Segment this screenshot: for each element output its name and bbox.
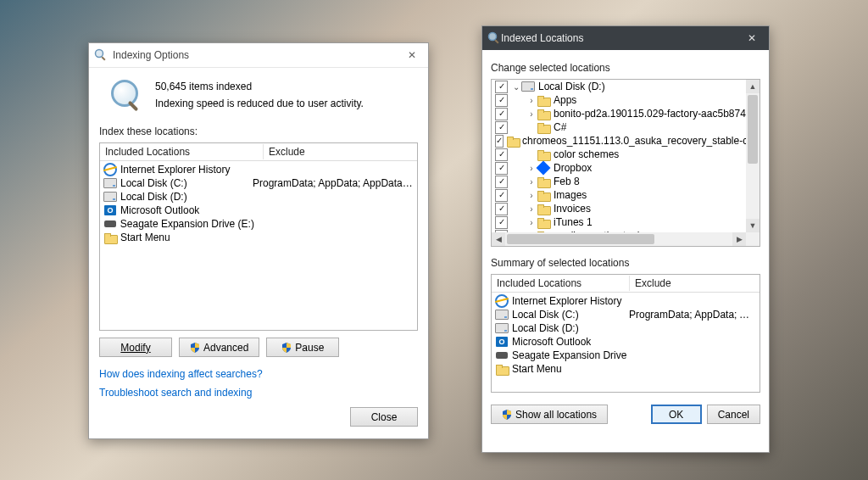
list-item[interactable]: Seagate Expansion Drive (E:) bbox=[100, 217, 417, 231]
advanced-button[interactable]: Advanced bbox=[179, 338, 259, 357]
tree-row[interactable]: ›Dropbox bbox=[492, 161, 746, 175]
indexing-options-dialog: Indexing Options ✕ 50,645 items indexed … bbox=[88, 42, 429, 439]
shield-icon bbox=[190, 343, 200, 353]
tree-label: Dropbox bbox=[554, 162, 592, 174]
titlebar[interactable]: Indexed Locations ✕ bbox=[482, 26, 769, 50]
shield-icon bbox=[281, 343, 292, 353]
scroll-left-icon[interactable]: ◀ bbox=[492, 232, 505, 246]
list-item[interactable]: Seagate Expansion Drive (E:) bbox=[492, 349, 760, 362]
folder-icon bbox=[537, 93, 550, 107]
included-locations-list[interactable]: Included Locations Exclude Internet Expl… bbox=[99, 142, 418, 331]
list-item[interactable]: Local Disk (C:)ProgramData; AppData; App… bbox=[492, 308, 760, 321]
tree-row[interactable]: C# bbox=[492, 120, 746, 134]
list-item[interactable]: Start Menu bbox=[492, 362, 760, 376]
checkbox[interactable] bbox=[495, 216, 508, 229]
expander-icon[interactable]: › bbox=[526, 164, 537, 173]
col-header-exclude[interactable]: Exclude bbox=[264, 144, 417, 159]
close-icon[interactable]: ✕ bbox=[740, 30, 764, 47]
svg-rect-1 bbox=[102, 57, 106, 61]
checkbox[interactable] bbox=[495, 121, 508, 134]
folder-icon bbox=[507, 134, 519, 148]
item-label: Start Menu bbox=[512, 363, 627, 375]
list-header: Included Locations Exclude bbox=[492, 275, 760, 293]
folder-icon bbox=[495, 362, 509, 376]
item-label: Microsoft Outlook bbox=[120, 204, 199, 216]
app-icon bbox=[487, 31, 501, 45]
ie-icon bbox=[495, 294, 509, 308]
col-header-included[interactable]: Included Locations bbox=[492, 276, 630, 291]
folder-icon bbox=[537, 175, 550, 188]
modify-button[interactable]: Modify bbox=[99, 338, 172, 357]
checkbox[interactable] bbox=[495, 162, 508, 175]
pause-button[interactable]: Pause bbox=[266, 338, 339, 357]
status-message: Indexing speed is reduced due to user ac… bbox=[155, 95, 364, 112]
tree-row[interactable]: ⌄Local Disk (D:) bbox=[492, 80, 746, 93]
scroll-right-icon[interactable]: ▶ bbox=[732, 232, 746, 246]
col-header-included[interactable]: Included Locations bbox=[100, 144, 264, 159]
expander-icon[interactable]: › bbox=[526, 109, 537, 119]
scroll-thumb[interactable] bbox=[748, 95, 758, 164]
expander-icon[interactable]: › bbox=[526, 191, 537, 200]
expander-icon[interactable]: › bbox=[526, 204, 537, 214]
checkbox[interactable] bbox=[495, 81, 508, 93]
list-item[interactable]: Local Disk (D:) bbox=[492, 321, 760, 335]
tree-label: Invoices bbox=[554, 203, 591, 215]
checkbox[interactable] bbox=[495, 176, 508, 188]
svg-point-2 bbox=[489, 33, 497, 41]
close-button[interactable]: Close bbox=[350, 407, 418, 427]
expander-icon[interactable]: › bbox=[526, 218, 537, 227]
drive-icon bbox=[495, 308, 509, 321]
ok-button[interactable]: OK bbox=[651, 405, 702, 424]
link-how-indexing[interactable]: How does indexing affect searches? bbox=[99, 368, 263, 380]
tree-row[interactable]: ›bonito-pd2a.190115.029-factory-aac5b874 bbox=[492, 107, 746, 120]
expander-icon[interactable]: › bbox=[526, 177, 537, 187]
tree-row[interactable]: ›Invoices bbox=[492, 202, 746, 215]
item-label: Seagate Expansion Drive (E:) bbox=[512, 349, 627, 361]
drive-icon bbox=[103, 190, 117, 204]
checkbox[interactable] bbox=[495, 148, 508, 161]
dropbox-icon bbox=[537, 161, 550, 175]
summary-list[interactable]: Included Locations Exclude Internet Expl… bbox=[491, 274, 760, 393]
tree-row[interactable]: ›Apps bbox=[492, 93, 746, 107]
tree-row[interactable]: ›Feb 8 bbox=[492, 175, 746, 188]
item-label: Microsoft Outlook bbox=[512, 336, 627, 348]
show-all-locations-button[interactable]: Show all locations bbox=[491, 405, 608, 424]
checkbox[interactable] bbox=[495, 189, 508, 202]
checkbox[interactable] bbox=[495, 135, 504, 148]
item-exclude: ProgramData; AppData; AppData; Microso..… bbox=[253, 177, 414, 189]
checkbox[interactable] bbox=[495, 203, 508, 215]
list-item[interactable]: Internet Explorer History bbox=[492, 294, 760, 308]
close-icon[interactable]: ✕ bbox=[401, 47, 423, 64]
ie-icon bbox=[103, 163, 117, 176]
list-item[interactable]: OMicrosoft Outlook bbox=[100, 204, 417, 217]
tree-row[interactable]: chromeos_11151.113.0_asuka_recovery_stab… bbox=[492, 134, 746, 148]
list-item[interactable]: Local Disk (C:)ProgramData; AppData; App… bbox=[100, 176, 417, 190]
checkbox[interactable] bbox=[495, 108, 508, 120]
scroll-down-icon[interactable]: ▼ bbox=[746, 219, 760, 232]
horizontal-scrollbar[interactable]: ◀ ▶ bbox=[492, 232, 746, 246]
link-troubleshoot[interactable]: Troubleshoot search and indexing bbox=[99, 387, 252, 399]
locations-tree[interactable]: ⌄Local Disk (D:)›Apps›bonito-pd2a.190115… bbox=[491, 79, 760, 247]
folder-icon bbox=[537, 215, 550, 229]
col-header-exclude[interactable]: Exclude bbox=[630, 276, 760, 291]
vertical-scrollbar[interactable]: ▲ ▼ bbox=[746, 80, 760, 232]
scroll-thumb[interactable] bbox=[507, 234, 654, 244]
tree-row[interactable]: color schemes bbox=[492, 148, 746, 161]
expander-icon[interactable]: › bbox=[526, 96, 537, 105]
expander-icon[interactable]: ⌄ bbox=[511, 82, 521, 92]
list-item[interactable]: Internet Explorer History bbox=[100, 163, 417, 176]
list-item[interactable]: OMicrosoft Outlook bbox=[492, 335, 760, 349]
checkbox[interactable] bbox=[495, 94, 508, 107]
tree-row[interactable]: ›Images bbox=[492, 188, 746, 202]
folder-icon bbox=[537, 107, 550, 120]
tree-label: Feb 8 bbox=[554, 176, 580, 187]
list-item[interactable]: Start Menu bbox=[100, 231, 417, 244]
folder-icon bbox=[103, 231, 117, 244]
list-item[interactable]: Local Disk (D:) bbox=[100, 190, 417, 204]
scroll-up-icon[interactable]: ▲ bbox=[746, 80, 760, 93]
change-locations-label: Change selected locations bbox=[491, 62, 760, 74]
titlebar[interactable]: Indexing Options ✕ bbox=[89, 43, 428, 68]
cancel-button[interactable]: Cancel bbox=[707, 405, 760, 424]
folder-icon bbox=[537, 148, 550, 161]
tree-row[interactable]: ›iTunes 1 bbox=[492, 215, 746, 229]
